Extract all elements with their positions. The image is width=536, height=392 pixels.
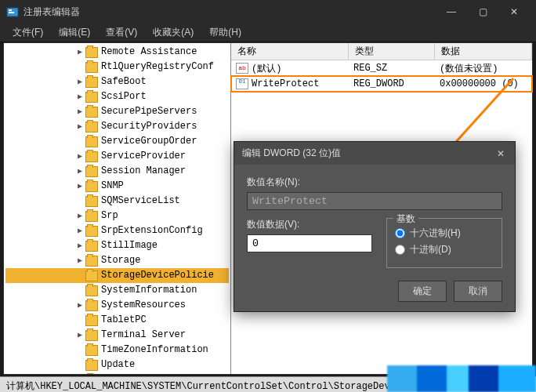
tree-item[interactable]: ▶ScsiPort [5, 89, 229, 104]
tree-item[interactable]: SystemInformation [5, 283, 229, 298]
folder-icon [85, 241, 98, 252]
tree-item[interactable]: ▶Session Manager [5, 164, 229, 179]
app-icon [6, 5, 19, 18]
menu-favorites[interactable]: 收藏夹(A) [145, 24, 201, 42]
tree-item-label: Remote Assistance [101, 45, 197, 60]
value-data-field[interactable] [247, 234, 372, 252]
folder-icon [85, 256, 98, 267]
tree-item-label: Session Manager [101, 164, 186, 179]
radix-hex-radio[interactable] [395, 228, 405, 238]
value-type-icon: 01 [236, 78, 248, 89]
list-header: 名称 类型 数据 [231, 43, 532, 60]
value-type-icon: ab [236, 63, 248, 74]
close-button[interactable]: ✕ [498, 0, 530, 24]
tree-item[interactable]: StorageDevicePolicie [5, 268, 229, 283]
tree-item[interactable]: ▶Storage [5, 253, 229, 268]
value-data-label: 数值数据(V): [247, 218, 372, 231]
tree-item[interactable]: ▶Terminal Server [5, 328, 229, 343]
ok-button[interactable]: 确定 [398, 281, 447, 302]
expand-icon[interactable]: ▶ [74, 253, 85, 268]
tree-item-label: Update [101, 358, 135, 372]
value-type: REG_DWORD [349, 78, 435, 90]
tree-item[interactable]: ServiceGroupOrder [5, 134, 229, 149]
folder-icon [85, 285, 98, 296]
expand-icon[interactable]: ▶ [74, 45, 85, 60]
cancel-button[interactable]: 取消 [454, 281, 502, 302]
tree-item-label: ServiceGroupOrder [101, 134, 197, 149]
radix-dec-radio[interactable] [395, 245, 405, 255]
tree-item-label: Storage [101, 253, 140, 268]
expand-icon[interactable]: ▶ [74, 104, 85, 119]
tree-item-label: TimeZoneInformation [101, 343, 208, 358]
folder-icon [85, 345, 98, 356]
maximize-button[interactable]: ▢ [467, 0, 498, 24]
censored-region [387, 365, 536, 392]
tree-item[interactable]: ▶SNMP [5, 179, 229, 194]
value-name: (默认) [252, 62, 281, 75]
col-header-type[interactable]: 类型 [349, 43, 435, 60]
expand-icon[interactable]: ▶ [74, 164, 85, 179]
list-row[interactable]: 01WriteProtectREG_DWORD0x00000000 (0) [231, 76, 532, 92]
value-name: WriteProtect [252, 78, 319, 89]
expand-icon[interactable]: ▶ [74, 119, 85, 134]
expand-icon[interactable]: ▶ [74, 298, 85, 313]
radix-group: 基数 十六进制(H) 十进制(D) [386, 218, 502, 268]
expand-icon[interactable]: ▶ [74, 179, 85, 194]
tree-item-label: TabletPC [101, 313, 147, 328]
dialog-close-icon[interactable]: ✕ [494, 148, 507, 159]
menu-edit[interactable]: 编辑(E) [51, 24, 98, 42]
tree-item-label: SecurityProviders [101, 119, 197, 134]
menu-help[interactable]: 帮助(H) [201, 24, 249, 42]
tree-item[interactable]: ▶SafeBoot [5, 74, 229, 89]
tree-item-label: StorageDevicePolicie [101, 268, 214, 283]
tree-item-label: ScsiPort [101, 89, 147, 104]
expand-icon[interactable]: ▶ [74, 328, 85, 343]
tree-item[interactable]: RtlQueryRegistryConf [5, 60, 229, 74]
tree-item-label: SrpExtensionConfig [101, 223, 203, 238]
tree-item[interactable]: ▶SecurePipeServers [5, 104, 229, 119]
list-row[interactable]: ab(默认)REG_SZ(数值未设置) [231, 60, 532, 76]
folder-icon [85, 107, 98, 118]
tree-item[interactable]: ▶Remote Assistance [5, 45, 229, 60]
menu-file[interactable]: 文件(F) [5, 24, 51, 42]
minimize-button[interactable]: — [436, 0, 467, 24]
tree-item-label: ServiceProvider [101, 149, 186, 164]
tree-item[interactable]: ▶SecurityProviders [5, 119, 229, 134]
folder-icon [85, 77, 98, 88]
folder-icon [85, 166, 98, 177]
radix-hex-option[interactable]: 十六进制(H) [395, 227, 494, 240]
tree-item[interactable]: SQMServiceList [5, 194, 229, 209]
tree-item[interactable]: ▶ServiceProvider [5, 149, 229, 164]
svg-rect-1 [9, 9, 12, 11]
dialog-titlebar[interactable]: 编辑 DWORD (32 位)值 ✕ [234, 142, 515, 165]
tree-item[interactable]: TimeZoneInformation [5, 343, 229, 358]
expand-icon[interactable]: ▶ [74, 89, 85, 104]
folder-icon [85, 62, 98, 73]
expand-icon[interactable]: ▶ [74, 372, 85, 374]
folder-icon [85, 122, 98, 132]
tree-item[interactable]: Update [5, 358, 229, 372]
expand-icon[interactable]: ▶ [74, 209, 85, 223]
expand-icon[interactable]: ▶ [74, 223, 85, 238]
folder-icon [85, 330, 98, 341]
col-header-data[interactable]: 数据 [435, 43, 532, 60]
folder-icon [85, 136, 98, 147]
tree-pane: ▶Remote AssistanceRtlQueryRegistryConf▶S… [4, 43, 231, 374]
expand-icon[interactable]: ▶ [74, 238, 85, 253]
tree-item[interactable]: ▶SrpExtensionConfig [5, 223, 229, 238]
tree-item[interactable]: ▶Srp [5, 209, 229, 223]
tree-item[interactable]: ▶usbflags [5, 372, 229, 374]
tree-item[interactable]: TabletPC [5, 313, 229, 328]
tree-item-label: usbflags [101, 372, 147, 374]
col-header-name[interactable]: 名称 [231, 43, 349, 60]
dialog-title-text: 编辑 DWORD (32 位)值 [242, 147, 494, 160]
radix-dec-option[interactable]: 十进制(D) [395, 243, 494, 256]
titlebar: 注册表编辑器 — ▢ ✕ [0, 0, 536, 24]
tree-item-label: SecurePipeServers [101, 104, 197, 119]
expand-icon[interactable]: ▶ [74, 74, 85, 89]
menu-view[interactable]: 查看(V) [98, 24, 145, 42]
radix-legend: 基数 [393, 212, 418, 226]
tree-item[interactable]: ▶StillImage [5, 238, 229, 253]
tree-item[interactable]: ▶SystemResources [5, 298, 229, 313]
expand-icon[interactable]: ▶ [74, 149, 85, 164]
